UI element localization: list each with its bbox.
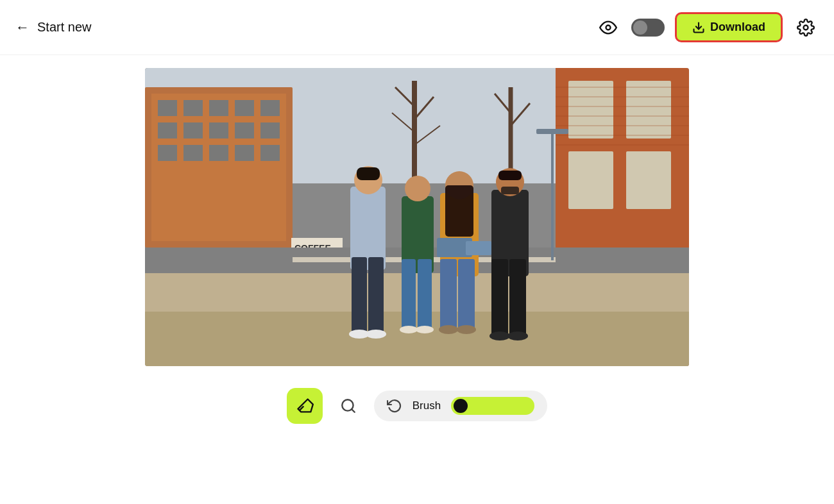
svg-rect-44 xyxy=(368,257,384,334)
eraser-tool-button[interactable] xyxy=(287,388,323,424)
toggle-thumb xyxy=(633,21,647,35)
svg-rect-57 xyxy=(440,259,457,330)
svg-rect-14 xyxy=(235,122,254,139)
svg-rect-12 xyxy=(183,122,203,139)
svg-point-2 xyxy=(804,25,808,29)
svg-rect-19 xyxy=(235,145,254,161)
app-header: ← Start new Download xyxy=(0,0,834,55)
svg-point-59 xyxy=(439,325,458,334)
svg-rect-79 xyxy=(536,129,568,134)
start-new-nav[interactable]: ← Start new xyxy=(15,19,91,36)
svg-rect-63 xyxy=(498,171,522,180)
svg-rect-36 xyxy=(626,151,671,209)
svg-rect-9 xyxy=(235,100,254,116)
svg-rect-17 xyxy=(183,145,203,161)
svg-point-53 xyxy=(416,326,434,333)
svg-rect-66 xyxy=(509,259,526,336)
svg-rect-13 xyxy=(209,122,228,139)
search-tool-button[interactable] xyxy=(336,393,361,419)
toggle-track xyxy=(631,19,665,37)
undo-button[interactable] xyxy=(387,398,402,414)
brush-size-slider[interactable] xyxy=(451,397,534,415)
main-content-area: COFFEE xyxy=(0,55,834,373)
photo-canvas[interactable]: COFFEE xyxy=(145,68,689,366)
svg-rect-77 xyxy=(466,241,491,255)
eye-icon-button[interactable] xyxy=(595,15,621,40)
svg-rect-34 xyxy=(626,81,671,139)
svg-rect-64 xyxy=(501,187,519,194)
svg-rect-7 xyxy=(183,100,203,116)
download-icon xyxy=(692,21,705,34)
street-scene-image: COFFEE xyxy=(145,68,689,366)
svg-rect-65 xyxy=(491,259,508,336)
download-label: Download xyxy=(710,21,765,34)
svg-rect-58 xyxy=(458,259,475,330)
svg-line-81 xyxy=(352,409,355,412)
download-button[interactable]: Download xyxy=(675,12,783,42)
svg-rect-20 xyxy=(260,145,280,161)
svg-rect-47 xyxy=(357,167,380,180)
svg-rect-16 xyxy=(158,145,177,161)
svg-rect-38 xyxy=(145,312,689,366)
search-icon xyxy=(340,398,357,414)
svg-rect-11 xyxy=(158,122,177,139)
brush-slider-thumb xyxy=(454,399,468,413)
brush-controls-panel: Brush xyxy=(374,391,547,421)
svg-point-60 xyxy=(457,325,476,334)
svg-point-52 xyxy=(400,326,418,333)
eraser-icon xyxy=(296,397,314,415)
svg-rect-10 xyxy=(260,100,280,116)
toggle-switch[interactable] xyxy=(631,19,665,37)
svg-rect-35 xyxy=(568,151,613,209)
svg-point-46 xyxy=(366,330,386,339)
svg-point-49 xyxy=(405,176,430,201)
svg-rect-33 xyxy=(568,81,613,139)
back-arrow-icon: ← xyxy=(15,19,30,36)
undo-icon xyxy=(387,398,402,414)
svg-rect-56 xyxy=(445,185,473,237)
svg-point-68 xyxy=(507,332,528,340)
svg-rect-43 xyxy=(352,257,367,334)
svg-rect-15 xyxy=(260,122,280,139)
settings-icon xyxy=(797,19,815,37)
svg-point-0 xyxy=(606,25,611,29)
bottom-toolbar: Brush xyxy=(0,388,834,424)
svg-rect-18 xyxy=(209,145,228,161)
header-right-controls: Download xyxy=(595,12,819,42)
svg-point-67 xyxy=(489,332,510,340)
svg-rect-51 xyxy=(418,259,432,330)
eye-icon xyxy=(599,19,617,37)
brush-label: Brush xyxy=(413,399,441,412)
settings-button[interactable] xyxy=(793,15,819,40)
svg-rect-50 xyxy=(402,259,416,330)
start-new-label: Start new xyxy=(37,20,91,35)
svg-rect-6 xyxy=(158,100,177,116)
svg-rect-8 xyxy=(209,100,228,116)
